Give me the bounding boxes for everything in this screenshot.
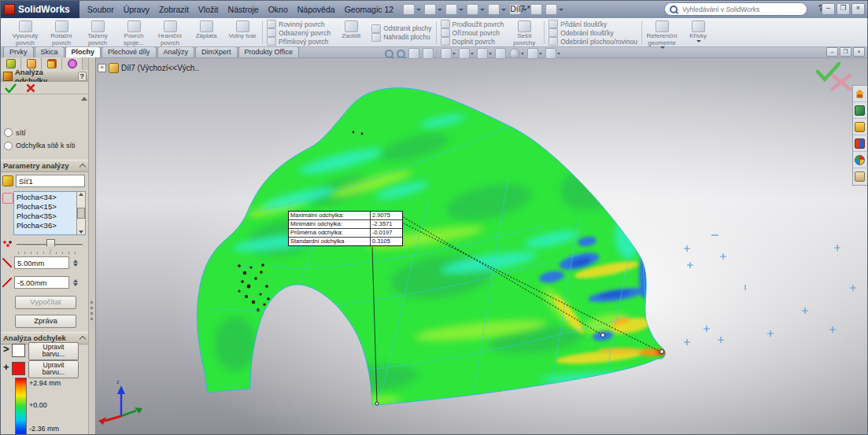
view-orientation-button[interactable] bbox=[441, 48, 456, 59]
untrim-surface-button[interactable]: Doplnit povrch bbox=[441, 38, 504, 45]
over-range-swatch[interactable] bbox=[12, 344, 25, 357]
faces-list[interactable]: Plocha<34> Plocha<15> Plocha<35> Plocha<… bbox=[13, 191, 86, 235]
minimize-button[interactable]: – bbox=[822, 3, 835, 15]
doc-restore-button[interactable]: ❐ bbox=[840, 47, 851, 57]
lofted-surface-button[interactable]: Povrch spoje... bbox=[116, 19, 152, 46]
view-palette-button[interactable] bbox=[853, 135, 866, 152]
tab-produkty-office[interactable]: Produkty Office bbox=[238, 46, 299, 57]
resolution-slider[interactable] bbox=[17, 238, 83, 256]
menu-napoveda[interactable]: Nápověda bbox=[293, 2, 340, 17]
extend-surface-button[interactable]: Prodloužit povrch bbox=[441, 20, 504, 28]
file-explorer-button[interactable] bbox=[853, 119, 866, 135]
upper-tolerance-stepper[interactable] bbox=[72, 256, 79, 269]
doc-minimize-button[interactable]: – bbox=[826, 47, 838, 57]
max-swatch[interactable] bbox=[12, 362, 25, 375]
appearances-button[interactable] bbox=[509, 48, 524, 59]
restore-button[interactable]: ❐ bbox=[837, 3, 850, 15]
save-button[interactable] bbox=[445, 4, 464, 15]
list-scrollbar[interactable] bbox=[76, 192, 85, 234]
scroll-down-icon[interactable] bbox=[79, 230, 83, 234]
doc-close-button[interactable]: × bbox=[853, 47, 865, 57]
menu-zobrazit[interactable]: Zobrazit bbox=[154, 2, 194, 17]
edit-color-over-button[interactable]: Upravitbarvu... bbox=[28, 342, 79, 360]
display-style-button[interactable] bbox=[459, 48, 474, 59]
appearances-scenes-button[interactable] bbox=[853, 152, 866, 168]
previous-view-icon[interactable] bbox=[408, 48, 419, 59]
curves-button[interactable]: Křivky bbox=[680, 19, 716, 46]
view-settings-button[interactable] bbox=[527, 48, 542, 59]
lower-tolerance-input[interactable] bbox=[14, 276, 69, 289]
trim-surface-button[interactable]: Oříznout povrch bbox=[441, 29, 504, 36]
planar-surface-button[interactable]: Rovinný povrch bbox=[267, 20, 331, 28]
thicken-button[interactable]: Přidání tloušťky bbox=[549, 20, 637, 28]
list-item[interactable]: Plocha<34> bbox=[17, 193, 76, 202]
design-library-button[interactable] bbox=[853, 102, 866, 119]
delete-face-button[interactable]: Odstranit plochy bbox=[371, 25, 431, 32]
extruded-surface-button[interactable]: Vysunutý povrch bbox=[7, 19, 43, 46]
thickened-cut-button[interactable]: Odebrání tloušťky bbox=[549, 29, 637, 36]
cancel-x-icon[interactable] bbox=[26, 83, 35, 93]
search-box[interactable] bbox=[664, 2, 807, 16]
ok-check-icon[interactable] bbox=[5, 83, 17, 93]
radio-option-mesh-to-mesh[interactable]: Odchylka sítě k síti bbox=[4, 142, 76, 150]
panel-help-button[interactable]: ? bbox=[78, 72, 87, 81]
hide-show-items-button[interactable] bbox=[477, 48, 492, 59]
resources-home-button[interactable] bbox=[853, 86, 866, 102]
zoom-to-area-icon[interactable] bbox=[397, 50, 405, 58]
scroll-thumb[interactable] bbox=[77, 208, 85, 219]
menu-vlozit[interactable]: Vložit bbox=[194, 2, 223, 17]
swept-surface-button[interactable]: Tažený povrch bbox=[79, 19, 116, 46]
filled-surface-button[interactable]: Záplata bbox=[188, 19, 224, 46]
replace-face-button[interactable]: Nahradit plochu bbox=[371, 34, 431, 41]
tab-analyzy[interactable]: Analýzy bbox=[157, 46, 195, 57]
boundary-surface-button[interactable]: Hraniční povrch bbox=[152, 19, 188, 46]
tree-expand-icon[interactable]: + bbox=[98, 64, 106, 72]
mesh-name-input[interactable] bbox=[16, 175, 85, 187]
panel-splitter[interactable] bbox=[88, 57, 95, 434]
lower-tolerance-stepper[interactable] bbox=[72, 276, 79, 289]
offset-surface-button[interactable]: Odsazený povrch bbox=[267, 29, 331, 36]
custom-properties-button[interactable] bbox=[853, 168, 866, 184]
revolved-surface-button[interactable]: Rotační povrch bbox=[43, 19, 79, 46]
tab-skica[interactable]: Skica bbox=[35, 46, 65, 57]
menu-nastroje[interactable]: Nástroje bbox=[223, 2, 264, 17]
list-item[interactable]: Plocha<15> bbox=[17, 202, 76, 212]
menu-okno[interactable]: Okno bbox=[264, 2, 293, 17]
upper-tolerance-input[interactable] bbox=[14, 256, 69, 269]
menu-geomagic[interactable]: Geomagic 12 bbox=[340, 2, 398, 17]
new-file-button[interactable] bbox=[403, 4, 421, 15]
tab-plechove-dily[interactable]: Plechové díly bbox=[102, 46, 157, 57]
compute-button[interactable]: Vypočítat bbox=[15, 296, 76, 309]
close-button[interactable]: × bbox=[851, 3, 865, 15]
menu-soubor[interactable]: Soubor bbox=[83, 2, 119, 17]
fillet-button[interactable]: Zaoblit bbox=[333, 19, 369, 46]
ruled-surface-button[interactable]: Přímkový povrch bbox=[267, 38, 331, 45]
tree-root-label[interactable]: Díl7 (Výchozí<<Vých.. bbox=[121, 64, 199, 72]
freeform-button[interactable]: Volný tvar bbox=[224, 19, 260, 46]
tab-dimxpert[interactable]: DimXpert bbox=[195, 46, 238, 57]
slider-thumb[interactable] bbox=[46, 239, 55, 251]
section-view-icon[interactable] bbox=[423, 48, 434, 59]
reference-geometry-button[interactable]: Referenční geometrie bbox=[644, 19, 680, 46]
open-file-button[interactable] bbox=[424, 4, 442, 15]
tab-prvky[interactable]: Prvky bbox=[3, 46, 34, 57]
menu-upravy[interactable]: Úpravy bbox=[119, 2, 154, 17]
model-canvas[interactable]: z bbox=[95, 58, 868, 435]
list-item[interactable]: Plocha<35> bbox=[17, 212, 76, 221]
tab-plochy[interactable]: Plochy bbox=[65, 46, 102, 57]
search-input[interactable] bbox=[681, 5, 786, 14]
report-button[interactable]: Zpráva bbox=[15, 315, 76, 328]
camera-button[interactable] bbox=[545, 48, 560, 59]
scroll-up-icon[interactable] bbox=[81, 97, 87, 101]
feature-tree-flyout[interactable]: + Díl7 (Výchozí<<Vých.. bbox=[98, 63, 199, 73]
scroll-up-icon[interactable] bbox=[79, 193, 83, 196]
cut-with-surface-button[interactable]: Odebrání plochou/rovinou bbox=[549, 38, 637, 45]
graphics-viewport[interactable]: z + Díl7 (Výchozí<<Vých.. Maximální odch… bbox=[95, 57, 867, 434]
knit-surface-button[interactable]: Sešít povrchy bbox=[506, 19, 542, 46]
section-parametry-analyzy[interactable]: Parametry analýzy bbox=[1, 160, 89, 172]
list-item[interactable]: Plocha<36> bbox=[17, 221, 76, 230]
radio-option-partial[interactable]: sítí bbox=[4, 128, 26, 137]
edit-color-max-button[interactable]: Upravitbarvu... bbox=[28, 360, 79, 378]
shadows-icon[interactable] bbox=[495, 48, 506, 59]
zoom-to-fit-icon[interactable] bbox=[385, 50, 393, 58]
